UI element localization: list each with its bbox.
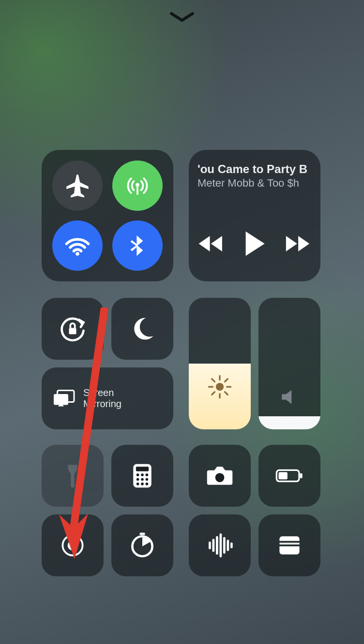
sun-icon xyxy=(207,374,232,401)
svg-point-18 xyxy=(141,473,144,476)
cellular-data-button[interactable] xyxy=(112,161,163,211)
waveform-icon xyxy=(205,531,234,560)
media-platter[interactable]: 'ou Came to Party B Meter Mobb & Too $h xyxy=(189,150,320,281)
orientation-lock-button[interactable] xyxy=(42,298,104,360)
svg-rect-29 xyxy=(279,472,288,480)
play-icon xyxy=(243,230,266,257)
timer-icon xyxy=(128,531,157,560)
hearing-button[interactable] xyxy=(189,514,251,576)
svg-point-24 xyxy=(141,483,144,485)
bluetooth-button[interactable] xyxy=(112,220,163,271)
cellular-icon xyxy=(123,171,152,200)
screen-mirroring-icon xyxy=(52,389,76,408)
svg-point-19 xyxy=(146,473,149,476)
camera-icon xyxy=(205,461,234,490)
screen-mirroring-button[interactable]: Screen Mirroring xyxy=(42,367,173,429)
svg-rect-16 xyxy=(136,467,149,471)
timer-button[interactable] xyxy=(111,514,173,576)
rotation-lock-icon xyxy=(58,314,87,343)
svg-point-22 xyxy=(146,478,149,481)
svg-line-13 xyxy=(225,379,228,382)
media-play-button[interactable] xyxy=(243,230,266,259)
record-icon xyxy=(58,531,87,560)
svg-line-11 xyxy=(212,379,215,382)
moon-icon xyxy=(128,314,157,343)
volume-slider[interactable] xyxy=(258,298,320,429)
svg-line-14 xyxy=(212,392,215,395)
svg-rect-28 xyxy=(300,473,303,478)
svg-point-17 xyxy=(136,473,139,476)
speaker-icon xyxy=(278,386,301,410)
media-track-title: 'ou Came to Party B xyxy=(197,162,312,176)
flashlight-button[interactable] xyxy=(42,445,104,507)
svg-point-21 xyxy=(141,478,144,481)
do-not-disturb-button[interactable] xyxy=(111,298,173,360)
calculator-button[interactable] xyxy=(111,445,173,507)
airplane-mode-button[interactable] xyxy=(52,161,103,211)
svg-point-2 xyxy=(76,252,79,256)
chevron-down-icon xyxy=(168,11,196,24)
brightness-slider[interactable] xyxy=(189,298,251,429)
screen-record-button[interactable] xyxy=(42,514,104,576)
svg-point-25 xyxy=(146,483,149,485)
rewind-icon xyxy=(197,233,226,255)
svg-rect-33 xyxy=(139,533,145,535)
wifi-button[interactable] xyxy=(52,220,103,271)
fastforward-icon xyxy=(284,233,312,255)
flashlight-icon xyxy=(58,461,87,490)
connectivity-platter[interactable] xyxy=(42,150,173,281)
svg-point-6 xyxy=(216,383,224,391)
svg-point-20 xyxy=(136,478,139,481)
media-next-button[interactable] xyxy=(284,233,312,257)
dismiss-chevron[interactable] xyxy=(168,11,196,24)
wallet-button[interactable] xyxy=(258,514,320,576)
svg-point-23 xyxy=(136,483,139,485)
svg-rect-1 xyxy=(136,186,138,195)
svg-line-12 xyxy=(225,392,228,395)
screen-mirroring-label: Screen Mirroring xyxy=(83,387,121,410)
svg-rect-3 xyxy=(69,328,76,334)
svg-point-31 xyxy=(68,541,78,551)
airplane-icon xyxy=(64,172,91,199)
volume-fill xyxy=(258,416,320,429)
calculator-icon xyxy=(128,461,157,490)
svg-point-26 xyxy=(215,473,225,482)
media-previous-button[interactable] xyxy=(197,233,226,257)
wifi-icon xyxy=(63,231,92,260)
low-power-mode-button[interactable] xyxy=(258,445,320,507)
wallet-icon xyxy=(275,531,304,560)
battery-icon xyxy=(275,461,304,490)
camera-button[interactable] xyxy=(189,445,251,507)
bluetooth-icon xyxy=(125,233,150,258)
media-track-artist: Meter Mobb & Too $h xyxy=(197,177,312,190)
